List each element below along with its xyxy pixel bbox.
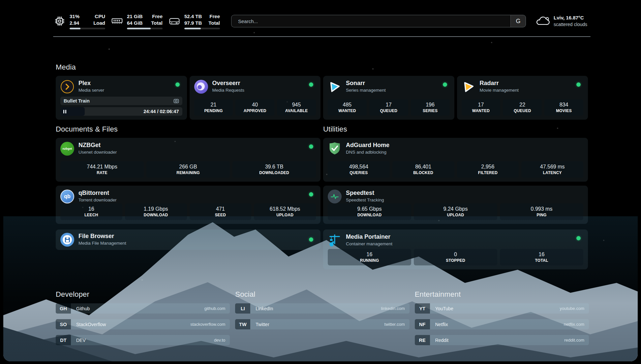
service-description: DNS and adblocking (346, 149, 389, 156)
playback-time: 24:44 / 02:06:47 (143, 107, 179, 116)
section-title-developer: Developer (56, 290, 230, 299)
playback-elapsed (60, 107, 85, 116)
service-card-filebrowser[interactable]: File Browser Media File Management (56, 229, 320, 250)
dashboard-panel: 31% 2.94 CPU Load (3, 3, 638, 361)
bookmark-url: github.com (204, 306, 226, 311)
stat-block: 22 QUEUED (503, 99, 542, 116)
service-title: File Browser (78, 233, 126, 240)
service-card-adguard[interactable]: AdGuard Home DNS and adblocking 498,564 … (323, 138, 588, 182)
stat-block: 86,401 BLOCKED (392, 161, 454, 178)
service-title: Sonarr (346, 80, 386, 87)
snow-specks (3, 3, 4, 3)
radarr-icon (462, 80, 475, 94)
section-utilities: Utilities AdGuard Home (323, 125, 588, 269)
portainer-icon (328, 233, 342, 247)
bookmark-url: twitter.com (384, 322, 405, 327)
service-title: Media Portainer (346, 233, 392, 240)
service-card-qbittorrent[interactable]: qb qBittorrent Torrent downloader 16 LEE… (56, 186, 320, 224)
overseerr-icon (194, 80, 208, 94)
disk-free-value: 52.4 TB (184, 13, 202, 20)
stat-block: 9.65 Gbps DOWNLOAD (328, 203, 411, 220)
bookmark-abbr: NF (415, 319, 430, 329)
qbittorrent-icon: qb (60, 190, 74, 203)
now-playing-row: Bullet Train (60, 97, 182, 105)
bookmark-url: dev.to (214, 338, 225, 343)
bookmark-url: netflix.com (564, 322, 584, 327)
search-provider-button[interactable]: G (510, 15, 526, 27)
bookmark-abbr: TW (235, 319, 250, 329)
speedtest-icon (328, 190, 342, 203)
service-title: NZBGet (78, 142, 117, 149)
bookmark-name: Twitter (256, 322, 384, 327)
bookmark-reddit[interactable]: RE Reddit reddit.com (415, 335, 589, 345)
section-title-utilities: Utilities (323, 125, 588, 134)
plex-icon (60, 80, 74, 94)
bookmark-stackoverflow[interactable]: SO StackOverflow stackoverflow.com (56, 319, 230, 329)
bookmark-name: Netflix (435, 322, 564, 327)
service-card-nzbget[interactable]: nzbget NZBGet Usenet downloader 744.21 M… (56, 138, 320, 182)
section-title-entertainment: Entertainment (415, 290, 589, 299)
bookmark-github[interactable]: GH Github github.com (56, 303, 230, 314)
bookmark-dev[interactable]: DT DEV dev.to (56, 335, 230, 345)
service-card-plex[interactable]: Plex Media server Bullet Train (56, 76, 187, 120)
bookmark-netflix[interactable]: NF Netflix netflix.com (415, 319, 589, 329)
stat-block: 17 QUEUED (369, 99, 408, 116)
disk-total-label: Total (207, 20, 220, 26)
service-description: Media File Management (78, 240, 126, 247)
service-card-speedtest[interactable]: Speedtest Speedtest Tracking 9.65 Gbps D… (323, 186, 588, 224)
stat-block: 40 APPROVED (235, 99, 274, 116)
stat-block: 16 TOTAL (500, 249, 583, 265)
bookmark-url: youtube.com (560, 306, 584, 311)
cpu-widget: 31% 2.94 CPU Load (53, 13, 105, 29)
playback-progress-bar[interactable]: 24:44 / 02:06:47 (60, 107, 182, 116)
bookmark-name: Reddit (435, 338, 565, 343)
bookmark-abbr: DT (56, 335, 71, 345)
section-title-media: Media (56, 63, 588, 72)
stat-block: 498,564 QUERIES (328, 161, 390, 178)
status-online-dot (443, 82, 447, 87)
cpu-chip-icon (53, 15, 66, 27)
service-card-sonarr[interactable]: Sonarr Series management 485 WANTED 17 Q… (323, 76, 454, 120)
status-online-dot (309, 192, 313, 197)
cpu-load-value: 2.94 (70, 20, 79, 26)
stat-block: 39.6 TB DOWNLOADED (232, 161, 316, 178)
service-card-portainer[interactable]: Media Portainer Container management 16 … (323, 229, 588, 269)
service-card-overseerr[interactable]: Overseerr Media Requests 21 PENDING 40 A… (190, 76, 321, 120)
service-description: Series management (346, 87, 386, 94)
bookmark-name: DEV (76, 338, 214, 343)
service-description: Media server (78, 87, 104, 94)
stat-block: 21 PENDING (194, 99, 233, 116)
cpu-usage-value: 31% (70, 13, 79, 20)
service-description: Media Requests (212, 87, 245, 94)
service-title: qBittorrent (78, 190, 117, 197)
weather-widget: Lviv, 16.87°C scattered clouds (535, 15, 587, 28)
memory-meter (127, 28, 163, 29)
service-title: Overseerr (212, 80, 245, 87)
section-documents: Documents & Files nzbget NZBGet Usenet d… (56, 125, 320, 269)
service-title: AdGuard Home (346, 142, 389, 149)
adguard-icon (328, 142, 342, 156)
service-description: Container management (346, 240, 392, 247)
status-online-dot (309, 82, 313, 87)
service-description: Speedtest Tracking (346, 197, 384, 203)
bookmark-twitter[interactable]: TW Twitter twitter.com (235, 319, 409, 329)
stat-block: 9.24 Gbps UPLOAD (414, 203, 497, 220)
stat-block: 16 RUNNING (328, 249, 411, 265)
stat-block: 744.21 Mbps RATE (60, 161, 144, 178)
stat-block: 266 GB REMAINING (146, 161, 230, 178)
bookmark-youtube[interactable]: YT YouTube youtube.com (415, 303, 589, 314)
search-input[interactable] (231, 15, 526, 27)
service-description: Movie management (480, 87, 519, 94)
section-media: Media Plex Media server (56, 63, 588, 118)
service-description: Usenet downloader (78, 149, 117, 156)
service-card-radarr[interactable]: Radarr Movie management 17 WANTED 22 QUE… (457, 76, 588, 120)
stat-block: 2,956 FILTERED (457, 161, 519, 178)
stat-block: 618.52 Mbps UPLOAD (254, 203, 316, 220)
bookmark-linkedin[interactable]: LI LinkedIn linkedin.com (235, 303, 409, 314)
memory-free-label: Free (149, 13, 163, 20)
stat-block: 16 LEECH (60, 203, 122, 220)
load-label: Load (92, 20, 105, 26)
search-bar: G (231, 15, 526, 27)
filebrowser-icon (60, 233, 74, 247)
disk-free-label: Free (207, 13, 220, 20)
